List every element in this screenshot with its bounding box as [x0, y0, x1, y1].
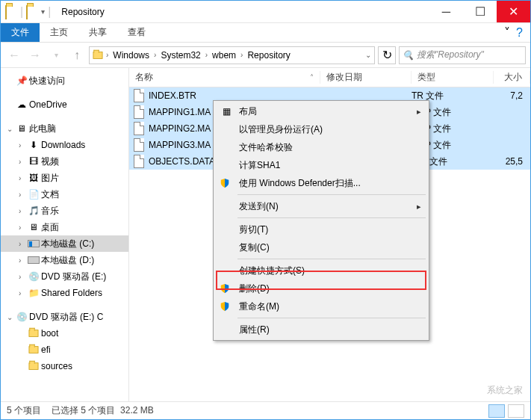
chevron-down-icon[interactable]: ⌄: [7, 313, 14, 321]
col-size[interactable]: 大小: [494, 71, 530, 84]
col-type[interactable]: 类型: [412, 71, 494, 84]
history-dropdown[interactable]: ▾: [47, 46, 65, 64]
back-button[interactable]: ←: [5, 46, 23, 64]
sidebar-item-boot[interactable]: boot: [1, 325, 128, 342]
column-headers: 名称˄ 修改日期 类型 大小: [129, 68, 530, 87]
ctx-cut[interactable]: 剪切(T): [215, 220, 427, 238]
maximize-button[interactable]: ☐: [463, 1, 497, 22]
chevron-right-icon[interactable]: ›: [19, 141, 26, 149]
chevron-right-icon: ▸: [417, 202, 421, 211]
chevron-down-icon[interactable]: ⌄: [7, 125, 14, 133]
chevron-right-icon: ▸: [417, 107, 421, 117]
breadcrumb-seg[interactable]: Repository: [244, 50, 293, 61]
minimize-button[interactable]: ─: [429, 1, 463, 22]
qat-separator: |: [48, 5, 51, 19]
ribbon: 文件 主页 共享 查看 ˅ ?: [1, 23, 530, 43]
tab-share[interactable]: 共享: [78, 23, 117, 42]
sidebar-item-documents[interactable]: ›📄文档: [1, 186, 128, 203]
chevron-right-icon[interactable]: ›: [19, 240, 26, 248]
ribbon-expand-icon[interactable]: ˅ ?: [497, 23, 530, 42]
chevron-right-icon[interactable]: ›: [19, 207, 26, 215]
refresh-button[interactable]: ↻: [378, 46, 396, 64]
quick-access-toolbar: | ▾ |: [1, 5, 55, 19]
search-input[interactable]: 🔍 搜索"Repository": [399, 46, 526, 64]
tab-view[interactable]: 查看: [117, 23, 156, 42]
chevron-right-icon[interactable]: ›: [239, 51, 244, 59]
separator: [237, 194, 426, 195]
chevron-right-icon[interactable]: ›: [19, 273, 26, 281]
breadcrumb-seg[interactable]: Windows: [110, 50, 152, 61]
sidebar-item-disk-c[interactable]: ›本地磁盘 (C:): [1, 235, 128, 252]
titlebar: | ▾ | Repository ─ ☐ ✕: [1, 1, 530, 23]
context-menu: ▦布局▸ 以管理员身份运行(A) 文件哈希校验 计算SHA1 使用 Window…: [213, 100, 429, 341]
sidebar-item-sources[interactable]: sources: [1, 358, 128, 374]
desktop-icon: 🖥: [28, 221, 40, 233]
sidebar-item-dvd-e[interactable]: ›💿DVD 驱动器 (E:): [1, 268, 128, 285]
tab-home[interactable]: 主页: [40, 23, 78, 42]
network-folder-icon: 📁: [28, 287, 40, 299]
col-name[interactable]: 名称˄: [129, 71, 320, 84]
col-date[interactable]: 修改日期: [320, 71, 412, 84]
separator: [237, 259, 426, 259]
ctx-properties[interactable]: 属性(R): [215, 321, 427, 339]
ctx-defender[interactable]: 使用 Windows Defender扫描...: [215, 174, 427, 192]
view-buttons: [488, 404, 524, 418]
sidebar-item-this-pc[interactable]: ⌄🖥此电脑: [1, 120, 128, 137]
sidebar-item-videos[interactable]: ›🎞视频: [1, 153, 128, 170]
folder-icon: [28, 360, 40, 372]
tab-file[interactable]: 文件: [1, 23, 40, 42]
forward-button[interactable]: →: [26, 46, 44, 64]
nav-tree: 📌快速访问 ☁OneDrive ⌄🖥此电脑 ›⬇Downloads ›🎞视频 ›…: [1, 72, 128, 374]
breadcrumb-seg[interactable]: System32: [158, 50, 203, 61]
pc-icon: 🖥: [16, 123, 28, 135]
chevron-right-icon[interactable]: ›: [19, 289, 26, 297]
file-icon: [134, 89, 144, 102]
folder-icon: [28, 327, 40, 339]
sidebar-item-onedrive[interactable]: ☁OneDrive: [1, 96, 128, 113]
ctx-send-to[interactable]: 发送到(N)▸: [215, 197, 427, 215]
chevron-right-icon[interactable]: ›: [19, 223, 26, 232]
chevron-right-icon[interactable]: ›: [19, 191, 26, 199]
chevron-right-icon[interactable]: ›: [204, 51, 209, 59]
chevron-right-icon[interactable]: ›: [19, 174, 26, 182]
sidebar-item-shared-folders[interactable]: ›📁Shared Folders: [1, 285, 128, 301]
ctx-rename[interactable]: 重命名(M): [215, 297, 427, 315]
ctx-run-as-admin[interactable]: 以管理员身份运行(A): [215, 120, 427, 138]
up-button[interactable]: ↑: [68, 46, 86, 64]
sidebar-item-disk-d[interactable]: ›本地磁盘 (D:): [1, 252, 128, 268]
dvd-icon: 💿: [16, 311, 28, 323]
breadcrumb-seg[interactable]: wbem: [209, 50, 239, 61]
ctx-copy[interactable]: 复制(C): [215, 238, 427, 256]
watermark: 系统之家: [487, 384, 523, 397]
details-view-button[interactable]: [488, 404, 505, 418]
folder-open-icon: [26, 6, 38, 18]
ctx-layout[interactable]: ▦布局▸: [215, 102, 427, 120]
sidebar-item-pictures[interactable]: ›🖼图片: [1, 170, 128, 186]
close-button[interactable]: ✕: [497, 1, 530, 22]
file-icon: [134, 122, 144, 135]
music-icon: 🎵: [28, 205, 40, 217]
layout-icon: ▦: [220, 105, 233, 118]
chevron-right-icon[interactable]: ›: [105, 51, 110, 59]
sidebar-item-downloads[interactable]: ›⬇Downloads: [1, 137, 128, 153]
ctx-delete[interactable]: 删除(D): [215, 280, 427, 297]
search-icon: 🔍: [403, 50, 414, 61]
sidebar: 📌快速访问 ☁OneDrive ⌄🖥此电脑 ›⬇Downloads ›🎞视频 ›…: [1, 68, 129, 401]
chevron-right-icon[interactable]: ›: [19, 256, 26, 265]
breadcrumb[interactable]: › Windows › System32 › wbem › Repository…: [89, 46, 375, 64]
sidebar-item-quick-access[interactable]: 📌快速访问: [1, 72, 128, 89]
breadcrumb-dropdown-icon[interactable]: ⌄: [364, 51, 373, 59]
ctx-create-shortcut[interactable]: 创建快捷方式(S): [215, 262, 427, 280]
thumbnails-view-button[interactable]: [508, 404, 524, 418]
sidebar-item-music[interactable]: ›🎵音乐: [1, 203, 128, 219]
chevron-right-icon[interactable]: ›: [152, 51, 158, 59]
sidebar-item-desktop[interactable]: ›🖥桌面: [1, 219, 128, 235]
chevron-right-icon[interactable]: ›: [19, 158, 26, 166]
sidebar-item-dvd-e2[interactable]: ⌄💿DVD 驱动器 (E:) C: [1, 309, 128, 325]
status-selected: 已选择 5 个项目 32.2 MB: [52, 404, 154, 417]
shield-icon: [220, 283, 230, 294]
ctx-hash[interactable]: 文件哈希校验: [215, 138, 427, 156]
qat-dropdown-icon[interactable]: ▾: [41, 7, 45, 16]
sidebar-item-efi[interactable]: efi: [1, 342, 128, 358]
ctx-sha1[interactable]: 计算SHA1: [215, 156, 427, 174]
